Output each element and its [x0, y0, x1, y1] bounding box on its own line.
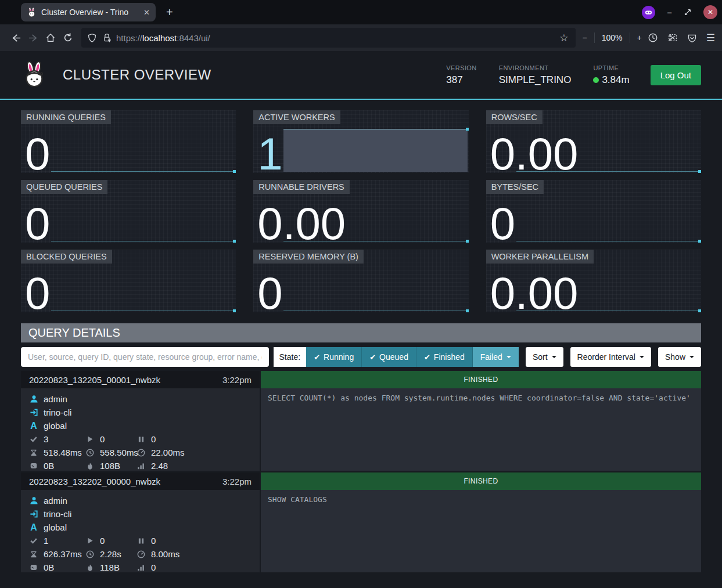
home-button[interactable]: [42, 29, 59, 46]
stat-label: RESERVED MEMORY (B): [253, 250, 364, 264]
resource-group-icon: A: [29, 421, 38, 431]
stat-card-blocked-queries: BLOCKED QUERIES 0: [21, 250, 236, 312]
source-icon: [29, 408, 38, 417]
pocket-shield-icon[interactable]: [687, 33, 697, 43]
state-running-button[interactable]: ✔Running: [306, 347, 362, 367]
forward-button[interactable]: [24, 29, 42, 46]
sparkline: [283, 311, 467, 311]
wall-time-hourglass-icon: [29, 449, 38, 457]
stat-label: ACTIVE WORKERS: [253, 110, 340, 124]
parallelism-bars-icon: [137, 564, 146, 571]
stat-value: 0: [25, 131, 50, 176]
sparkline-dot: [698, 309, 701, 312]
check-icon: ✔: [369, 353, 376, 362]
url-text[interactable]: https://localhost:8443/ui/: [116, 33, 559, 43]
bookmark-star-icon[interactable]: ☆: [559, 32, 568, 44]
profile-avatar-mask-icon[interactable]: [642, 6, 655, 19]
zoom-in-button[interactable]: +: [637, 33, 642, 42]
query-time: 3:22pm: [222, 375, 252, 385]
cumulative-memory-flame-icon: [85, 462, 95, 470]
sparkline-dot: [698, 240, 701, 243]
url-bar[interactable]: https://localhost:8443/ui/ ☆: [81, 28, 576, 48]
wall-time: 518.48ms: [44, 448, 82, 457]
sparkline-filled: [283, 129, 467, 172]
window-minimize-button[interactable]: −: [667, 8, 672, 17]
stat-label: RUNNABLE DRIVERS: [253, 180, 349, 194]
environment-value: SIMPLE_TRINO: [499, 74, 572, 86]
reload-button[interactable]: [59, 29, 77, 46]
tab-close-icon[interactable]: ✕: [143, 8, 150, 17]
zoom-level[interactable]: 100%: [602, 33, 623, 42]
source-icon: [29, 510, 38, 518]
query-search-input[interactable]: [21, 347, 269, 367]
queued-splits: 0: [151, 536, 156, 546]
history-clock-icon[interactable]: [648, 33, 658, 43]
running-splits-play-icon: [85, 435, 95, 443]
cpu-time-gauge-icon: [137, 550, 146, 558]
user-icon: [29, 496, 38, 505]
sparkline: [51, 171, 235, 172]
sort-dropdown[interactable]: Sort: [526, 347, 563, 367]
new-tab-button[interactable]: +: [166, 6, 173, 19]
query-id-link[interactable]: 20220823_132202_00000_nwbzk: [29, 477, 160, 486]
stat-label: QUEUED QUERIES: [21, 180, 107, 194]
stat-value: 0: [257, 270, 282, 316]
query-source: trino-cli: [44, 509, 71, 519]
running-splits-play-icon: [85, 537, 95, 544]
state-queued-label: Queued: [379, 352, 408, 362]
chevron-down-icon: [640, 356, 644, 358]
show-dropdown[interactable]: Show: [658, 347, 701, 367]
logout-button[interactable]: Log Out: [651, 65, 701, 85]
zoom-out-button[interactable]: −: [583, 33, 587, 42]
url-host: localhost: [142, 33, 177, 43]
cumulative-memory-flame-icon: [85, 564, 95, 572]
query-status-badge: FINISHED: [261, 371, 701, 388]
trino-bunny-logo: [21, 62, 48, 88]
query-sql-text: SELECT COUNT(*) as nodes FROM system.run…: [261, 388, 701, 471]
query-details-header: QUERY DETAILS: [21, 323, 701, 342]
stat-card-runnable-drivers: RUNNABLE DRIVERS 0.00: [253, 180, 468, 243]
stat-label: BLOCKED QUERIES: [21, 250, 112, 264]
query-id-link[interactable]: 20220823_132205_00001_nwbzk: [29, 375, 160, 385]
url-scheme: https://: [116, 33, 142, 43]
shield-icon[interactable]: [87, 33, 97, 43]
stat-value: 0: [490, 201, 515, 246]
check-icon: ✔: [314, 353, 320, 362]
sparkline-dot: [466, 240, 469, 243]
lock-warning-icon[interactable]: [102, 33, 112, 42]
browser-tab[interactable]: Cluster Overview - Trino ✕: [21, 3, 156, 21]
browser-toolbar: https://localhost:8443/ui/ ☆ − 100% + ☰: [0, 24, 722, 51]
chevron-down-icon: [552, 356, 556, 358]
reorder-interval-dropdown[interactable]: Reorder Interval: [570, 347, 651, 367]
elapsed-time: 2.28s: [100, 549, 121, 559]
stat-value: 0.00: [490, 270, 579, 316]
app-header: CLUSTER OVERVIEW VERSION 387 ENVIRONMENT…: [0, 51, 722, 100]
wall-time: 626.37ms: [44, 549, 82, 559]
separator: [594, 33, 595, 43]
query-meta-panel: admin trino-cli Aglobal 1 0 0 626.37ms 2…: [21, 490, 260, 572]
version-stat: VERSION 387: [446, 64, 476, 86]
window-close-button[interactable]: ✕: [703, 5, 717, 19]
sparkline: [516, 241, 701, 241]
sort-label: Sort: [533, 352, 548, 362]
query-user: admin: [44, 394, 67, 404]
state-failed-label: Failed: [480, 352, 502, 362]
stat-card-worker-parallelism: WORKER PARALLELISM 0.00: [486, 250, 701, 312]
running-splits: 0: [100, 536, 105, 546]
elapsed-time: 558.50ms: [100, 448, 138, 457]
query-user: admin: [44, 496, 67, 506]
elapsed-time-clock-icon: [85, 449, 95, 457]
screenshot-icon[interactable]: [667, 33, 678, 43]
stat-value: 0.00: [257, 201, 346, 246]
version-value: 387: [446, 74, 476, 86]
state-finished-button[interactable]: ✔Finished: [416, 347, 473, 367]
window-restore-button[interactable]: [684, 8, 692, 16]
back-button[interactable]: [7, 29, 24, 46]
state-failed-dropdown[interactable]: Failed: [473, 347, 519, 367]
stat-card-queued-queries: QUEUED QUERIES 0: [21, 180, 236, 243]
environment-label: ENVIRONMENT: [499, 64, 572, 71]
menu-hamburger-icon[interactable]: ☰: [706, 32, 715, 44]
current-memory-disk-icon: [29, 462, 38, 470]
state-queued-button[interactable]: ✔Queued: [362, 347, 416, 367]
stat-card-rows-sec: ROWS/SEC 0.00: [486, 110, 701, 173]
